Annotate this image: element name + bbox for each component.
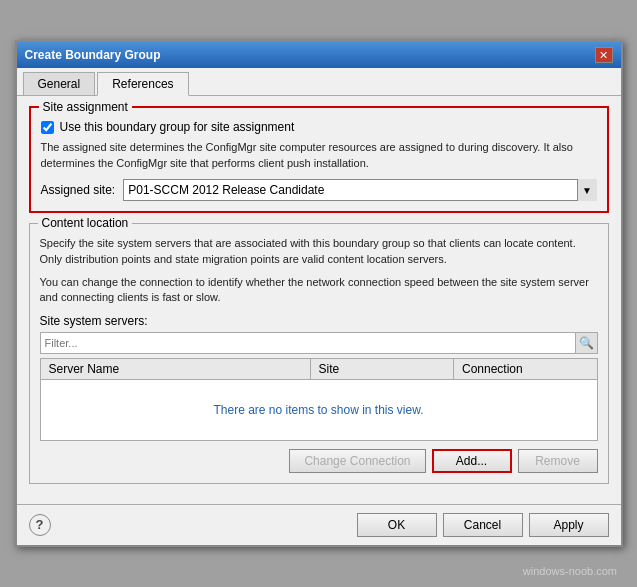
add-button[interactable]: Add... [432,449,512,473]
servers-table: Server Name Site Connection There are no… [40,358,598,441]
content-location-desc2: You can change the connection to identif… [40,275,598,306]
table-header: Server Name Site Connection [41,359,597,380]
dialog-footer: ? OK Cancel Apply [17,504,621,545]
close-button[interactable]: ✕ [595,47,613,63]
servers-label: Site system servers: [40,314,598,328]
assigned-site-dropdown-wrapper: P01-SCCM 2012 Release Candidate ▼ [123,179,596,201]
filter-input[interactable] [40,332,576,354]
col-server-name: Server Name [41,359,311,379]
site-assignment-checkbox[interactable] [41,121,54,134]
content-location-content: Specify the site system servers that are… [40,236,598,473]
content-location-label: Content location [38,216,133,230]
remove-button[interactable]: Remove [518,449,598,473]
assigned-site-dropdown[interactable]: P01-SCCM 2012 Release Candidate [123,179,596,201]
tab-bar: General References [17,68,621,96]
table-body: There are no items to show in this view. [41,380,597,440]
content-location-desc1: Specify the site system servers that are… [40,236,598,267]
content-location-section: Content location Specify the site system… [29,223,609,484]
checkbox-label: Use this boundary group for site assignm… [60,120,295,134]
table-action-buttons: Change Connection Add... Remove [40,449,598,473]
dialog-title: Create Boundary Group [25,48,161,62]
search-icon: 🔍 [576,332,598,354]
main-content: Site assignment Use this boundary group … [17,96,621,503]
watermark: windows-noob.com [523,565,617,577]
site-assignment-content: Use this boundary group for site assignm… [41,120,597,201]
cancel-button[interactable]: Cancel [443,513,523,537]
tab-references[interactable]: References [97,72,188,96]
col-connection: Connection [454,359,597,379]
title-bar: Create Boundary Group ✕ [17,42,621,68]
assigned-site-label: Assigned site: [41,183,116,197]
ok-button[interactable]: OK [357,513,437,537]
tab-general[interactable]: General [23,72,96,95]
footer-buttons: OK Cancel Apply [357,513,609,537]
site-assignment-label: Site assignment [39,100,132,114]
help-button[interactable]: ? [29,514,51,536]
assigned-site-row: Assigned site: P01-SCCM 2012 Release Can… [41,179,597,201]
site-assignment-description: The assigned site determines the ConfigM… [41,140,597,171]
apply-button[interactable]: Apply [529,513,609,537]
site-assignment-section: Site assignment Use this boundary group … [29,106,609,213]
filter-row: 🔍 [40,332,598,354]
create-boundary-group-dialog: Create Boundary Group ✕ General Referenc… [15,40,623,546]
no-items-message: There are no items to show in this view. [213,403,423,417]
change-connection-button[interactable]: Change Connection [289,449,425,473]
checkbox-row: Use this boundary group for site assignm… [41,120,597,134]
col-site: Site [311,359,455,379]
